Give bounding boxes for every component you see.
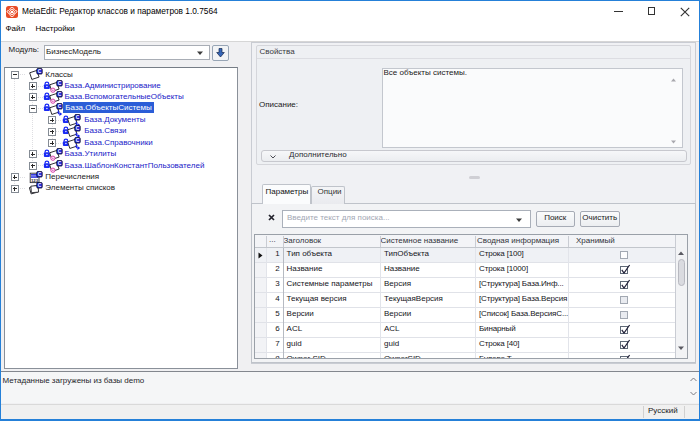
svg-text:C: C bbox=[76, 126, 80, 131]
svg-text:C: C bbox=[76, 115, 80, 120]
svg-text:C: C bbox=[37, 69, 41, 74]
svg-text:C: C bbox=[37, 172, 41, 177]
svg-text:C: C bbox=[57, 92, 61, 97]
svg-text:C: C bbox=[76, 138, 80, 143]
svg-text:C: C bbox=[57, 161, 61, 166]
svg-text:C: C bbox=[57, 81, 61, 86]
svg-text:C: C bbox=[57, 104, 61, 109]
svg-text:C: C bbox=[57, 149, 61, 154]
svg-text:C: C bbox=[37, 183, 41, 188]
